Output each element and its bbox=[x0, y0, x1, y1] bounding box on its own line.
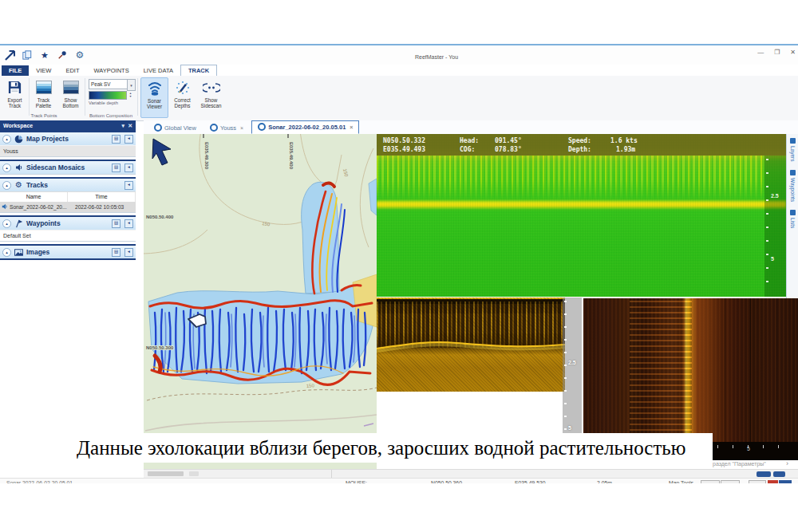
panel-collapse-left-icon[interactable]: ◂ bbox=[124, 135, 133, 144]
tab-edit[interactable]: EDIT bbox=[58, 65, 86, 76]
pin-panel-icon[interactable]: ▾ bbox=[122, 123, 125, 128]
waypoints-panel: ▴ Waypoints ▤ ◂ Default Set bbox=[0, 215, 136, 242]
status-toggle[interactable] bbox=[701, 480, 720, 483]
close-panel-icon[interactable]: ✕ bbox=[128, 123, 132, 128]
list-item[interactable]: Youss bbox=[0, 145, 136, 156]
tab-live-data[interactable]: LIVE DATA bbox=[136, 65, 180, 76]
map-projects-header[interactable]: ▴ Map Projects ▤ ◂ bbox=[0, 132, 136, 145]
list-item[interactable]: Default Set bbox=[0, 230, 136, 241]
panel-grid-icon[interactable]: ▤ bbox=[112, 164, 120, 172]
gear-icon: ⚙ bbox=[14, 181, 24, 189]
bottom-composition-dropdown[interactable]: Peak SV bbox=[89, 79, 130, 89]
sidescan-image bbox=[583, 298, 798, 442]
tracks-table-header: Name Time bbox=[0, 191, 136, 202]
show-bottom-button[interactable]: Show Bottom bbox=[57, 77, 84, 116]
longitude-readout: E035.49.493 bbox=[383, 146, 425, 153]
sonar-waves-icon bbox=[141, 78, 168, 98]
downscan-depth-scale: 2.5 5 bbox=[563, 298, 582, 436]
export-track-button[interactable]: Export Track bbox=[2, 77, 28, 116]
map-view[interactable]: E035.49.300 E035.49.400 N050.50.400 N050… bbox=[144, 134, 377, 483]
lon-label: E035.49.300 bbox=[204, 142, 209, 170]
tab-global-view[interactable]: Global View bbox=[148, 122, 202, 134]
right-tab[interactable]: Waypoints bbox=[790, 170, 796, 202]
tab-view[interactable]: VIEW bbox=[29, 65, 58, 76]
panel-collapse-left-icon[interactable]: ◂ bbox=[124, 181, 133, 190]
chevron-right-icon[interactable]: › bbox=[786, 459, 788, 467]
map-canvas: E035.49.300 E035.49.400 N050.50.400 N050… bbox=[144, 134, 377, 483]
right-tab[interactable]: Lists bbox=[790, 210, 796, 228]
mouse-lat: N050.50.360 bbox=[431, 480, 462, 483]
pushpin-icon[interactable] bbox=[57, 49, 68, 61]
scrollbar-thumb[interactable] bbox=[189, 471, 199, 476]
minimize-icon[interactable]: — bbox=[757, 49, 764, 56]
lon-label: E035.49.400 bbox=[289, 142, 294, 170]
maximize-icon[interactable]: ❐ bbox=[774, 49, 780, 56]
panel-collapse-left-icon[interactable]: ◂ bbox=[124, 164, 133, 172]
tab-file[interactable]: FILE bbox=[2, 65, 29, 76]
status-toggle[interactable] bbox=[749, 480, 766, 483]
favorites-star-icon[interactable]: ★ bbox=[39, 49, 50, 61]
close-icon[interactable]: ✕ bbox=[790, 49, 796, 56]
sidescan-mosaics-panel: ▴ Sidescan Mosaics ▤ ◂ bbox=[0, 160, 136, 175]
collapse-icon[interactable]: ▴ bbox=[2, 248, 11, 257]
speaker-icon bbox=[2, 203, 8, 211]
track-palette-button[interactable]: Track Palette bbox=[30, 77, 57, 116]
tab-waypoints[interactable]: WAYPOINTS bbox=[87, 65, 136, 76]
status-button[interactable] bbox=[773, 471, 785, 477]
panel-grid-icon[interactable]: ▤ bbox=[112, 135, 120, 144]
column-time[interactable]: Time bbox=[68, 192, 136, 202]
settings-gear-icon[interactable]: ⚙ bbox=[74, 49, 85, 61]
downscan-view[interactable] bbox=[377, 298, 565, 392]
scrollbar-thumb[interactable] bbox=[148, 471, 184, 476]
panel-grid-icon[interactable]: ▤ bbox=[112, 248, 120, 257]
palette-gradient-bar[interactable] bbox=[89, 91, 127, 100]
collapse-icon[interactable]: ▴ bbox=[2, 135, 11, 144]
correct-depths-button[interactable]: Correct Depths bbox=[169, 77, 196, 116]
caption-band: Данные эхолокации вблизи берегов, заросш… bbox=[72, 433, 713, 463]
panel-collapse-left-icon[interactable]: ◂ bbox=[124, 248, 133, 257]
window-controls: — ❐ ✕ bbox=[757, 49, 796, 56]
record-button[interactable] bbox=[768, 480, 778, 483]
tab-sonar-view[interactable]: Sonar_2022-06-02_20.05.01 × bbox=[251, 120, 359, 134]
bottom-contour bbox=[377, 298, 565, 392]
track-palette-icon bbox=[30, 77, 57, 97]
close-tab-icon[interactable]: × bbox=[350, 124, 353, 130]
depth-ticks bbox=[564, 301, 567, 433]
group-label-bottom-composition: Bottom Composition bbox=[86, 113, 136, 118]
speaker-icon bbox=[14, 164, 24, 171]
sonar-viewer-button[interactable]: Sonar Viewer bbox=[140, 77, 168, 118]
status-button[interactable] bbox=[779, 480, 792, 483]
dropdown-arrow-icon[interactable]: ▾ bbox=[127, 79, 136, 91]
lat-label: N050.50.400 bbox=[146, 215, 174, 219]
panel-collapse-left-icon[interactable]: ◂ bbox=[124, 219, 133, 228]
close-tab-icon[interactable]: × bbox=[240, 125, 243, 131]
column-name[interactable]: Name bbox=[0, 192, 68, 202]
group-label-track-points: Track Points bbox=[30, 113, 57, 118]
status-button[interactable] bbox=[757, 471, 771, 477]
collapse-icon[interactable]: ▴ bbox=[2, 181, 11, 190]
new-project-icon[interactable] bbox=[22, 49, 33, 61]
sidescan-mosaics-header[interactable]: ▴ Sidescan Mosaics ▤ ◂ bbox=[0, 161, 136, 174]
caption-text: Данные эхолокации вблизи берегов, заросш… bbox=[72, 437, 685, 459]
tracks-panel: ▴ ⚙ Tracks ◂ Name Time Sonar_2022-06-02_… bbox=[0, 177, 136, 213]
tab-project[interactable]: Youss × bbox=[204, 122, 249, 134]
images-header[interactable]: ▴ Images ▤ ◂ bbox=[0, 246, 136, 258]
table-row[interactable]: Sonar_2022-06-02_20... 2022-06-02 10:05:… bbox=[0, 202, 136, 212]
depth-readout: 1.93m bbox=[616, 146, 635, 153]
sonar-depth-scale: 2.5 5 bbox=[764, 156, 786, 297]
show-bottom-icon bbox=[57, 77, 84, 97]
workspace-sidebar: Workspace ▾ ✕ ▴ Map Projects ▤ ◂ Youss bbox=[0, 120, 136, 262]
collapse-icon[interactable]: ▴ bbox=[2, 219, 11, 228]
panel-grid-icon[interactable]: ▤ bbox=[112, 219, 120, 228]
tracks-header[interactable]: ▴ ⚙ Tracks ◂ bbox=[0, 179, 136, 191]
right-tab[interactable]: Layers bbox=[790, 138, 796, 162]
quick-access-toolbar: ★ ⚙ bbox=[4, 49, 85, 61]
sonar-waterfall-view[interactable]: N050.50.332 Head: 091.45° Speed: 1.6 kts… bbox=[377, 134, 786, 297]
collapse-icon[interactable]: ▴ bbox=[2, 164, 11, 172]
svg-text:150: 150 bbox=[306, 383, 315, 388]
tab-track[interactable]: TRACK bbox=[180, 65, 217, 76]
waypoints-header[interactable]: ▴ Waypoints ▤ ◂ bbox=[0, 217, 136, 230]
palette-stepper[interactable]: ▴▾ bbox=[127, 91, 134, 98]
status-toggle[interactable] bbox=[721, 480, 740, 483]
show-sidescan-button[interactable]: Show Sidescan bbox=[198, 77, 224, 116]
